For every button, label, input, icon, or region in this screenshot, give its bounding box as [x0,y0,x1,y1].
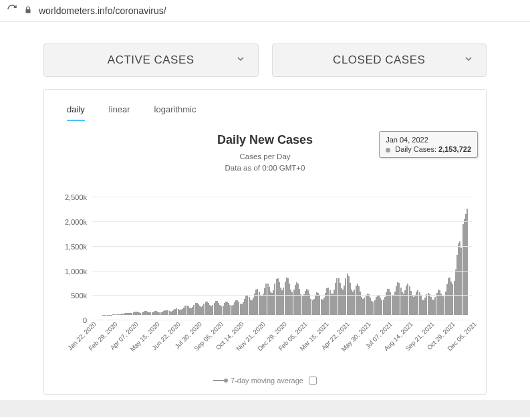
lock-icon [24,5,32,17]
chart-scale-tabs: daily linear logarithmic [52,104,478,121]
case-toggle-row: ACTIVE CASES CLOSED CASES [43,43,487,77]
closed-cases-label: CLOSED CASES [333,54,425,67]
tab-daily[interactable]: daily [67,104,85,121]
url-text[interactable]: worldometers.info/coronavirus/ [39,5,166,16]
gridline [92,221,473,222]
chevron-down-icon [463,54,474,67]
gridline [92,295,473,296]
chevron-down-icon [235,54,246,67]
active-cases-label: ACTIVE CASES [108,54,194,67]
legend-checkbox[interactable] [309,377,317,385]
closed-cases-toggle[interactable]: CLOSED CASES [272,43,487,77]
footer-strip [0,400,530,417]
legend-line-icon [213,380,225,381]
refresh-icon[interactable] [7,4,17,17]
tooltip-dot-icon [386,148,390,152]
chart-plot-area[interactable]: Jan 22, 2020Feb 29, 2020Apr 07, 2020May … [52,181,478,342]
address-bar: worldometers.info/coronavirus/ [0,0,530,22]
tooltip-value: 2,153,722 [438,145,471,153]
tab-logarithmic[interactable]: logarithmic [154,104,196,121]
y-tick-label: 2,000k [52,218,87,226]
chart-panel: daily linear logarithmic Daily New Cases… [43,89,487,395]
gridline [92,320,473,320]
chart-subtitle-line1: Cases per Day [239,152,290,161]
chart-legend: 7-day moving average [52,377,478,385]
active-cases-toggle[interactable]: ACTIVE CASES [43,43,259,77]
tab-linear[interactable]: linear [109,104,130,121]
bar [467,209,468,315]
y-tick-label: 2,500k [52,193,87,201]
y-tick-label: 1,000k [52,268,87,276]
gridline [92,246,473,247]
gridline [92,197,473,197]
tooltip-date: Jan 04, 2022 [386,136,471,144]
gridline [92,271,473,272]
chart-subtitle-line2: Data as of 0:00 GMT+0 [225,164,305,172]
y-tick-label: 1,500k [52,243,87,251]
chart-tooltip: Jan 04, 2022 Daily Cases: 2,153,722 [379,131,478,158]
legend-ma-label: 7-day moving average [231,377,303,385]
y-tick-label: 0 [52,316,87,324]
y-tick-label: 500k [52,292,87,300]
tooltip-series-label: Daily Cases: [395,145,436,153]
